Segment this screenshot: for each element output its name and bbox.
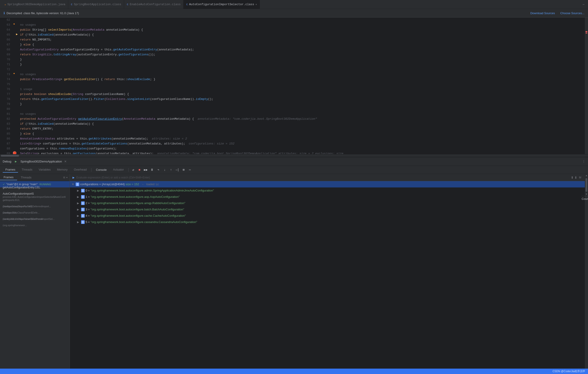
- expand-icon[interactable]: ▼: [72, 181, 75, 187]
- run-to-cursor-btn[interactable]: →|: [175, 167, 180, 172]
- var-configurations-root[interactable]: ▼ [] configurations = {ArrayList@4044} s…: [70, 181, 585, 187]
- debug-run-config[interactable]: SpringBoot302DemoApplication ✕: [21, 160, 67, 163]
- stop-btn[interactable]: ■: [137, 167, 142, 172]
- current-line-arrow: ▶: [16, 32, 18, 36]
- frame-item-5[interactable]: parse:183, ConfigurationClassParser (org…: [0, 219, 70, 225]
- eval-arrow-icon: ▶: [73, 176, 74, 179]
- tab-actuator[interactable]: Actuator: [110, 167, 126, 172]
- expand-icon-2[interactable]: ▶: [77, 200, 80, 206]
- expand-icon-0[interactable]: ▶: [77, 187, 80, 194]
- frame-item-0[interactable]: getAutoConfigurationEntry:131, AutoConfi…: [0, 187, 70, 194]
- expand-icon-4[interactable]: ▶: [77, 213, 80, 219]
- debug-run-close[interactable]: ✕: [64, 160, 67, 163]
- debug-settings-icon[interactable]: ⋮: [582, 160, 585, 163]
- debug-run-icon: ▶: [15, 160, 17, 163]
- expand-icon-1[interactable]: ▶: [77, 194, 80, 200]
- expand-icon-3[interactable]: ▶: [77, 206, 80, 213]
- filter-icon[interactable]: ⊟: [63, 176, 65, 179]
- debug-panel: Debug ▶ SpringBoot302DemoApplication ✕ ⋮…: [0, 157, 588, 369]
- choose-sources-link[interactable]: Choose Sources...: [560, 11, 584, 15]
- tab-frames[interactable]: Frames: [3, 167, 18, 172]
- scroll-up-btn[interactable]: ▲: [585, 174, 588, 177]
- code-line-74: public Predicate<String> getExclusionFil…: [19, 77, 588, 82]
- tab-enable-autoconfiguration-class[interactable]: C EnableAutoConfiguration.class: [124, 0, 184, 9]
- code-line-77: private boolean shouldExclude(String con…: [19, 92, 588, 97]
- var-item-1[interactable]: ▶ [] 1 = "org.springframework.boot.autoc…: [70, 194, 585, 200]
- code-line-89: Set<String> exclusions = this.getExclusi…: [19, 151, 588, 154]
- tab-threads[interactable]: Threads: [19, 167, 35, 172]
- var-icon-3: []: [81, 208, 85, 211]
- var-type-icon: []: [76, 182, 79, 186]
- var-loaded: loaded: Lc: [146, 181, 158, 187]
- eval-mode-icon[interactable]: M: [578, 176, 582, 179]
- resume-btn[interactable]: ▶▶: [143, 167, 148, 172]
- threads-tab[interactable]: Threads: [17, 175, 35, 180]
- scroll-error-marker: [586, 31, 587, 32]
- eval-placeholder[interactable]: Evaluate expression (Enter) or add a wat…: [76, 176, 150, 179]
- pause-btn[interactable]: ⏸: [149, 167, 155, 172]
- code-scrollbar[interactable]: [585, 18, 588, 154]
- debug-body: Frames Threads ⊟ ▾ ✓ "main"@1 in group "…: [0, 174, 588, 369]
- step-into-btn[interactable]: ↓: [162, 167, 167, 172]
- bookmark-icon-73: ●: [13, 72, 15, 75]
- step-over-btn[interactable]: ↷: [156, 167, 161, 172]
- tab-autoconfigimportselector-class[interactable]: C AutoConfigurationImportSelector.class …: [184, 0, 260, 9]
- h-scroll-thumb[interactable]: [1, 155, 19, 157]
- count-label: Count: [582, 197, 588, 201]
- bookmark-icon-63: ●: [13, 22, 15, 26]
- var-icon-0: []: [81, 189, 85, 192]
- tab-overhead[interactable]: Overhead: [71, 167, 89, 172]
- breakpoint-89[interactable]: 🍎: [13, 151, 16, 154]
- code-line-69: return StringUtils.toStringArray(autoCon…: [19, 52, 588, 57]
- tab-memory[interactable]: Memory: [54, 167, 70, 172]
- var-icon-4: []: [81, 214, 85, 218]
- tab-console[interactable]: Console: [93, 167, 109, 172]
- evaluate-btn[interactable]: ⊞: [181, 167, 186, 172]
- var-icon-5: []: [81, 220, 85, 224]
- debug-right-wrapper: ▶ Evaluate expression (Enter) or add a w…: [70, 174, 588, 369]
- code-line-87: List<String> configurations = this.getCa…: [19, 141, 588, 146]
- var-item-3[interactable]: ▶ [] 3 = "org.springframework.boot.autoc…: [70, 206, 585, 213]
- tab-bar: ☕ SpringBoot302DemoApplication.java C Sp…: [0, 0, 588, 9]
- debug-header-actions: ⋮: [582, 160, 585, 163]
- scroll-down-btn[interactable]: ▼: [585, 193, 588, 196]
- code-line-62: [19, 18, 588, 22]
- var-item-0[interactable]: ▶ [] 0 = "org.springframework.boot.autoc…: [70, 187, 585, 194]
- eval-bar: ▶ Evaluate expression (Enter) or add a w…: [70, 174, 585, 181]
- class-file-icon3: C: [186, 3, 188, 6]
- tab-close-icon[interactable]: ✕: [255, 3, 257, 6]
- var-item-5[interactable]: ▶ [] 5 = "org.springframework.boot.autoc…: [70, 219, 585, 225]
- code-editor: 62 63 64 65 66 67 68 69 70 71 72 73 74 7…: [0, 18, 588, 154]
- code-line-67: } else {: [19, 42, 588, 47]
- tab-springboot-application-class[interactable]: C SpringBootApplication.class: [68, 0, 124, 9]
- frames-tab[interactable]: Frames: [0, 175, 17, 180]
- count-section: Count: [581, 196, 588, 202]
- code-content: no usages public String[] selectImports(…: [19, 18, 588, 154]
- var-item-4[interactable]: ▶ [] 4 = "org.springframework.boot.autoc…: [70, 213, 585, 219]
- var-item-2[interactable]: ▶ [] 2 = "org.springframework.boot.autoc…: [70, 200, 585, 206]
- more-tabs-icon[interactable]: ⋯: [581, 3, 586, 6]
- decompiled-text: Decompiled .class file, bytecode version…: [7, 11, 79, 15]
- code-line-83: if (!this.isEnabled(annotationMetadata))…: [19, 121, 588, 126]
- debug-variables-panel: ▶ Evaluate expression (Enter) or add a w…: [70, 174, 585, 369]
- class-file-icon2: C: [127, 3, 128, 6]
- tab-springboot-demo-java[interactable]: ☕ SpringBoot302DemoApplication.java: [2, 0, 68, 9]
- more-btn[interactable]: ⋯: [187, 167, 193, 172]
- variables-scrollbar[interactable]: ▲ ▼ Count: [585, 174, 588, 369]
- frames-threads-tabs: Frames Threads ⊟ ▾: [0, 174, 70, 181]
- var-arrow: ←: [142, 181, 144, 187]
- eval-expand-icon[interactable]: ⬆: [571, 176, 574, 179]
- scroll-thumb[interactable]: [586, 178, 587, 192]
- debug-toolbar: Frames Threads Variables Memory Overhead…: [0, 166, 588, 174]
- download-sources-link[interactable]: Download Sources: [530, 11, 555, 15]
- expand-icon-5[interactable]: ▶: [77, 219, 80, 225]
- step-out-btn[interactable]: ↑: [168, 167, 174, 172]
- debug-header: Debug ▶ SpringBoot302DemoApplication ✕ ⋮: [0, 157, 588, 166]
- code-line-70: }: [19, 57, 588, 62]
- horizontal-scrollbar[interactable]: [0, 154, 588, 157]
- code-line-72: [19, 67, 588, 72]
- frames-settings-icon[interactable]: ▾: [66, 176, 68, 179]
- tab-variables[interactable]: Variables: [36, 167, 53, 172]
- restart-btn[interactable]: ↺: [130, 167, 136, 172]
- eval-collapse-icon[interactable]: ⬇: [575, 176, 577, 179]
